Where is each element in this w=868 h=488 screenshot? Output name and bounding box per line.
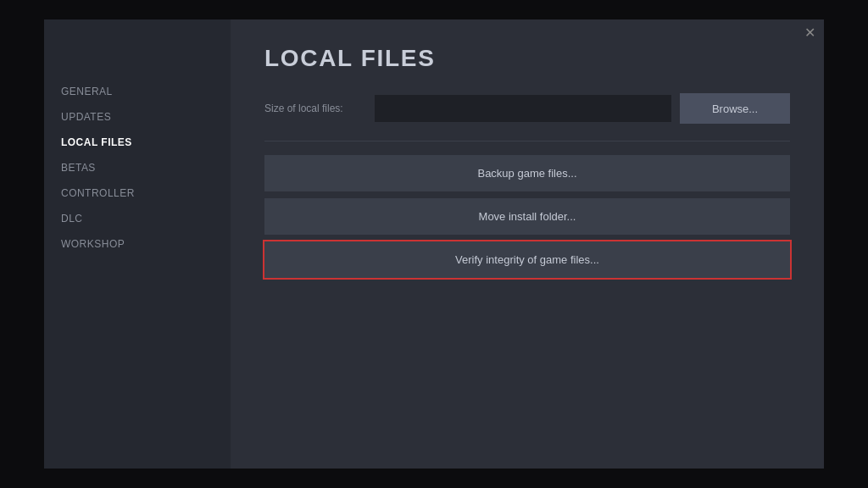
size-value-box xyxy=(375,95,671,122)
browse-button[interactable]: Browse... xyxy=(680,93,790,124)
main-content: LOCAL FILES Size of local files: Browse.… xyxy=(231,19,824,469)
divider-1 xyxy=(264,141,790,141)
sidebar-item-general[interactable]: GENERAL xyxy=(44,79,231,104)
sidebar-item-dlc[interactable]: DLC xyxy=(44,206,231,231)
page-title: LOCAL FILES xyxy=(264,45,790,72)
close-button[interactable]: ✕ xyxy=(804,26,815,40)
sidebar-item-betas[interactable]: BETAS xyxy=(44,155,231,180)
move-install-button[interactable]: Move install folder... xyxy=(264,198,790,235)
sidebar-item-updates[interactable]: UPDATES xyxy=(44,104,231,130)
verify-integrity-button[interactable]: Verify integrity of game files... xyxy=(264,241,790,278)
size-row: Size of local files: Browse... xyxy=(264,93,790,124)
backup-button[interactable]: Backup game files... xyxy=(264,155,790,191)
sidebar-item-controller[interactable]: CONTROLLER xyxy=(44,180,231,206)
overlay: ✕ GENERAL UPDATES LOCAL FILES BETAS CONT… xyxy=(0,0,868,488)
sidebar-item-workshop[interactable]: WORKSHOP xyxy=(44,231,231,257)
sidebar: GENERAL UPDATES LOCAL FILES BETAS CONTRO… xyxy=(44,19,231,469)
dialog: ✕ GENERAL UPDATES LOCAL FILES BETAS CONT… xyxy=(44,19,824,469)
size-label: Size of local files: xyxy=(264,103,366,114)
sidebar-item-local-files[interactable]: LOCAL FILES xyxy=(44,130,231,155)
